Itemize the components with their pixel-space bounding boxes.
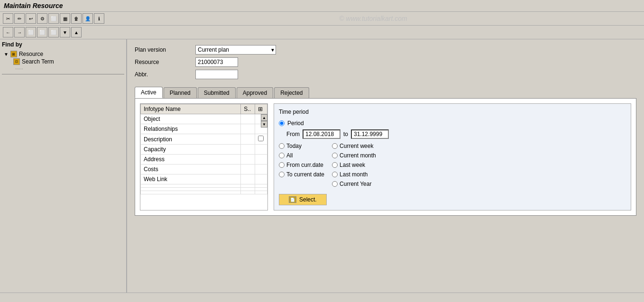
table-row[interactable]: Costs <box>141 165 267 174</box>
nav-btn-up[interactable]: ▲ <box>71 27 82 37</box>
infotype-s-cell <box>241 165 255 174</box>
nav-back[interactable]: ← <box>3 27 13 37</box>
col-header-s: S.. <box>241 104 255 114</box>
time-period-title: Time period <box>279 109 626 115</box>
radio-two-col: Today All From curr.date <box>279 143 626 187</box>
toolbar-btn-info[interactable]: ℹ <box>94 13 104 24</box>
table-row[interactable]: Capacity <box>141 145 267 155</box>
period-radio[interactable] <box>279 120 285 126</box>
infotype-s-cell <box>241 124 255 134</box>
toolbar-btn-cut[interactable]: ✂ <box>3 13 13 24</box>
toolbar-btn-delete[interactable]: 🗑 <box>71 13 82 24</box>
tab-active[interactable]: Active <box>135 87 163 98</box>
table-row[interactable]: Address <box>141 155 267 165</box>
page-title: Maintain Resource <box>4 2 63 9</box>
infotype-s-cell <box>241 155 255 165</box>
tree-root-label: Resource <box>19 51 43 57</box>
toolbar-btn-copy[interactable]: ⬜ <box>48 13 59 24</box>
infotype-name-cell: Description <box>141 134 241 145</box>
infotype-icon-cell <box>255 155 267 165</box>
table-row[interactable]: Relationships <box>141 124 267 134</box>
infotype-s-cell <box>241 145 255 155</box>
today-label: Today <box>286 143 302 149</box>
to-current-label: To current date <box>286 171 324 178</box>
watermark: © www.tutorialkart.com <box>105 15 641 22</box>
description-checkbox[interactable] <box>258 136 264 141</box>
abbr-input[interactable] <box>195 70 238 79</box>
radio-current-week: Current week <box>332 143 376 149</box>
toolbar-btn-grid[interactable]: ▦ <box>60 13 70 24</box>
table-row[interactable]: Description <box>141 134 267 145</box>
tree-dots: ...... <box>2 65 124 70</box>
tree-child-label: Search Term <box>22 58 54 65</box>
table-row[interactable]: Object <box>141 114 267 124</box>
last-month-radio[interactable] <box>332 172 338 177</box>
find-by-label: Find by <box>2 41 124 48</box>
infotype-icon-cell <box>255 174 267 184</box>
last-week-radio[interactable] <box>332 162 338 168</box>
nav-forward[interactable]: → <box>14 27 25 37</box>
current-month-radio[interactable] <box>332 153 338 158</box>
table-row <box>141 188 267 191</box>
all-label: All <box>286 152 293 159</box>
to-date-input[interactable] <box>351 129 389 139</box>
to-label: to <box>343 131 348 137</box>
title-bar: Maintain Resource <box>0 0 644 12</box>
infotype-icon-cell <box>255 188 267 191</box>
nav-btn-1[interactable]: ⬜ <box>26 27 36 37</box>
left-panel: Find by ▼ ⊞ Resource ⊡ Search Term .....… <box>0 39 127 301</box>
left-lower-area <box>2 74 124 169</box>
select-btn-icon: 📄 <box>289 196 296 203</box>
toolbar-btn-undo[interactable]: ↩ <box>26 13 36 24</box>
table-scroll-up[interactable]: ▲ <box>261 114 267 121</box>
resource-input[interactable] <box>195 57 238 67</box>
infotype-name-cell <box>141 184 241 188</box>
toolbar-btn-settings[interactable]: ⚙ <box>37 13 47 24</box>
table-header-icon[interactable]: ⊞ <box>258 106 263 112</box>
status-bar <box>0 293 644 302</box>
plan-version-select[interactable]: Current plan Plan 1 Plan 2 <box>195 45 276 55</box>
infotype-icon-cell <box>255 145 267 155</box>
radio-last-month: Last month <box>332 171 376 178</box>
current-week-radio[interactable] <box>332 143 338 149</box>
tree-root-item[interactable]: ▼ ⊞ Resource <box>2 50 124 58</box>
toolbar-btn-user[interactable]: 👤 <box>83 13 93 24</box>
infotype-name-cell: Costs <box>141 165 241 174</box>
infotype-name-cell: Object <box>141 114 241 124</box>
time-period-box: Time period Period From to <box>274 103 631 210</box>
current-year-label: Current Year <box>340 181 371 187</box>
from-curr-radio[interactable] <box>279 162 285 168</box>
table-row <box>141 184 267 188</box>
select-button[interactable]: 📄 Select. <box>279 194 327 205</box>
nav-bar: ← → ⬜ ⬜ ⬜ ▼ ▲ <box>0 26 644 39</box>
today-radio[interactable] <box>279 143 285 149</box>
table-scroll-down[interactable]: ▼ <box>261 121 267 128</box>
last-month-label: Last month <box>340 171 368 178</box>
infotype-table: Infotype Name S.. ⊞ Object <box>140 104 267 194</box>
resource-icon: ⊞ <box>10 51 17 57</box>
abbr-row: Abbr. <box>135 70 636 79</box>
plan-version-label: Plan version <box>135 46 192 53</box>
nav-btn-2[interactable]: ⬜ <box>37 27 47 37</box>
table-row[interactable]: Web Link <box>141 174 267 184</box>
resource-row: Resource <box>135 57 636 67</box>
infotype-s-cell <box>241 134 255 145</box>
toolbar-btn-edit[interactable]: ✏ <box>14 13 25 24</box>
tab-approved[interactable]: Approved <box>237 87 273 98</box>
nav-btn-3[interactable]: ⬜ <box>48 27 59 37</box>
all-radio[interactable] <box>279 153 285 158</box>
tree-child-item[interactable]: ⊡ Search Term <box>2 58 124 65</box>
tab-rejected[interactable]: Rejected <box>274 87 309 98</box>
from-date-input[interactable] <box>303 129 340 139</box>
infotype-icon-cell <box>255 191 267 194</box>
radio-last-week: Last week <box>332 162 376 168</box>
radio-current-month: Current month <box>332 152 376 159</box>
radio-from-curr: From curr.date <box>279 162 324 168</box>
tab-planned[interactable]: Planned <box>164 87 197 98</box>
nav-btn-down[interactable]: ▼ <box>60 27 70 37</box>
infotype-s-cell <box>241 114 255 124</box>
from-label: From <box>286 131 300 137</box>
current-year-radio[interactable] <box>332 181 338 187</box>
to-current-radio[interactable] <box>279 172 285 177</box>
tab-submitted[interactable]: Submitted <box>198 87 236 98</box>
